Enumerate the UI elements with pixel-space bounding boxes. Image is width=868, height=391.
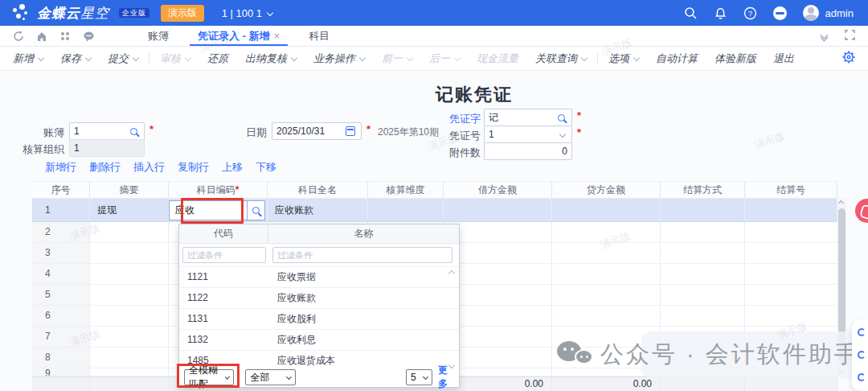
- auto-calc-button[interactable]: 自动计算: [656, 51, 698, 66]
- row-settle-method[interactable]: [661, 199, 745, 221]
- book-field[interactable]: 1: [69, 122, 145, 140]
- new-button[interactable]: 新增: [13, 51, 43, 66]
- related-query-button[interactable]: 关联查询: [535, 51, 587, 66]
- popup-col-code: 代码: [179, 224, 268, 243]
- notification-bell-icon[interactable]: [714, 6, 727, 20]
- voucher-toolbar: 新增 保存 提交 审核 还原 出纳复核 业务操作 前一 后一 现金流量 关联查询…: [0, 47, 868, 71]
- popup-header-row: 代码 名称: [179, 224, 459, 244]
- home-icon[interactable]: [36, 31, 47, 42]
- scroll-up-icon[interactable]: [838, 200, 844, 206]
- next-button: 后一: [429, 51, 460, 66]
- search-icon[interactable]: [684, 6, 698, 20]
- grid-header-row: 序号 摘要 科目编码* 科目全名 核算维度 借方金额 贷方金额 结算方式 结算号: [32, 181, 837, 199]
- add-row-link[interactable]: 新增行: [45, 160, 76, 175]
- annotation-box-account-code: [181, 198, 244, 224]
- row-debit[interactable]: [444, 199, 552, 221]
- collapse-icon[interactable]: [773, 6, 787, 20]
- cashier-review-button[interactable]: 出纳复核: [245, 51, 297, 66]
- save-button[interactable]: 保存: [60, 51, 91, 66]
- cash-flow-button: 现金流量: [477, 51, 518, 66]
- options-button[interactable]: 选项: [608, 51, 639, 66]
- cut-off-side-panel: [852, 320, 868, 391]
- voucher-no-field[interactable]: 1: [484, 126, 572, 143]
- more-link[interactable]: 更多: [438, 364, 456, 391]
- page-size-select[interactable]: 5: [406, 369, 432, 385]
- account-lookup-button[interactable]: [247, 200, 265, 220]
- move-down-link[interactable]: 下移: [256, 160, 276, 175]
- org-value: 1: [74, 142, 140, 154]
- insert-row-link[interactable]: 插入行: [133, 160, 165, 175]
- avatar[interactable]: [803, 5, 819, 21]
- refresh-icon[interactable]: [13, 31, 24, 42]
- grid-row-1-selected[interactable]: 1 提现 应收 应收账款: [32, 199, 837, 222]
- brand-main: 金蝶云: [37, 6, 80, 21]
- fullscreen-icon[interactable]: [845, 29, 855, 43]
- row-credit[interactable]: [552, 199, 661, 221]
- date-field[interactable]: 2025/10/31: [272, 122, 362, 140]
- previous-button: 前一: [382, 51, 412, 66]
- row-dimension[interactable]: [368, 199, 444, 221]
- popup-row-1131[interactable]: 1131应收股利: [179, 308, 459, 329]
- org-label: 核算组织: [6, 142, 64, 157]
- code-filter-input[interactable]: [182, 247, 266, 263]
- col-header-account-name: 科目全名: [268, 182, 368, 198]
- brand-logo-icon: [11, 4, 32, 22]
- name-filter-input[interactable]: [272, 247, 452, 263]
- col-header-settle-method: 结算方式: [661, 182, 745, 198]
- tab-close-icon[interactable]: ×: [274, 30, 280, 42]
- app-window: 金蝶云星空 企业版 演示版 1 | 100 1 ? admin: [0, 0, 868, 391]
- total-debit: 0.00: [444, 377, 552, 391]
- floating-badge[interactable]: [855, 199, 868, 223]
- tab-bar: 账簿 凭证录入 - 新增 × 科目: [0, 26, 868, 47]
- chevron-down-icon: [267, 10, 273, 16]
- voucher-word-field[interactable]: 记: [484, 109, 572, 126]
- message-icon[interactable]: [83, 31, 95, 42]
- gear-icon[interactable]: [842, 51, 855, 67]
- business-ops-button[interactable]: 业务操作: [313, 51, 365, 66]
- popup-row-1121[interactable]: 1121应收票据: [179, 266, 459, 287]
- help-icon[interactable]: ?: [743, 6, 757, 20]
- attachment-value: 0: [562, 146, 567, 157]
- collapse-tabs-icon[interactable]: [821, 32, 827, 40]
- row-settle-no[interactable]: [745, 199, 837, 221]
- tab-label: 账簿: [148, 29, 169, 43]
- audit-button: 审核: [160, 51, 190, 66]
- row-account-name[interactable]: 应收账款: [268, 199, 368, 221]
- restore-button[interactable]: 还原: [207, 51, 228, 66]
- brand-title: 金蝶云星空 企业版: [37, 4, 149, 23]
- tab-voucher-entry-new[interactable]: 凭证录入 - 新增 ×: [183, 26, 294, 46]
- popup-row-1122[interactable]: 1122应收账款: [179, 287, 459, 308]
- voucher-no-label: 凭证号: [444, 129, 481, 143]
- search-icon[interactable]: [558, 114, 565, 121]
- tab-ledger[interactable]: 账簿: [133, 26, 183, 46]
- demo-watermark: 演示版: [752, 129, 787, 152]
- date-value: 2025/10/31: [276, 126, 346, 137]
- chevron-down-icon[interactable]: [559, 131, 566, 138]
- attachment-field[interactable]: 0: [484, 142, 572, 160]
- calendar-icon[interactable]: [346, 126, 355, 136]
- username[interactable]: admin: [825, 7, 854, 19]
- scope-select[interactable]: 全部: [245, 369, 295, 385]
- total-credit: 0.00: [552, 377, 661, 391]
- required-marker: *: [149, 123, 154, 135]
- toolbar-divider: [597, 53, 598, 64]
- page-title: 记账凭证: [313, 83, 635, 107]
- row-summary[interactable]: 提现: [90, 199, 169, 221]
- row-seq: 1: [32, 199, 90, 221]
- new-version-button[interactable]: 体验新版: [714, 51, 756, 66]
- edition-badge: 企业版: [119, 8, 149, 18]
- copy-row-link[interactable]: 复制行: [178, 160, 209, 175]
- col-header-summary: 摘要: [90, 182, 169, 198]
- org-selector[interactable]: 1 | 100 1: [222, 7, 272, 19]
- tab-accounts[interactable]: 科目: [294, 26, 344, 46]
- exit-button[interactable]: 退出: [773, 51, 794, 66]
- delete-row-link[interactable]: 删除行: [89, 160, 121, 175]
- wechat-watermark-text: 公众号 · 会计软件助手: [600, 339, 860, 371]
- submit-button[interactable]: 提交: [108, 51, 138, 66]
- org-selector-label: 1 | 100 1: [222, 7, 262, 19]
- popup-row-1132[interactable]: 1132应收利息: [179, 329, 459, 350]
- move-up-link[interactable]: 上移: [222, 160, 243, 175]
- apps-grid-icon[interactable]: [59, 31, 71, 42]
- voucher-word-label[interactable]: 凭证字: [444, 112, 481, 126]
- search-icon[interactable]: [130, 128, 137, 135]
